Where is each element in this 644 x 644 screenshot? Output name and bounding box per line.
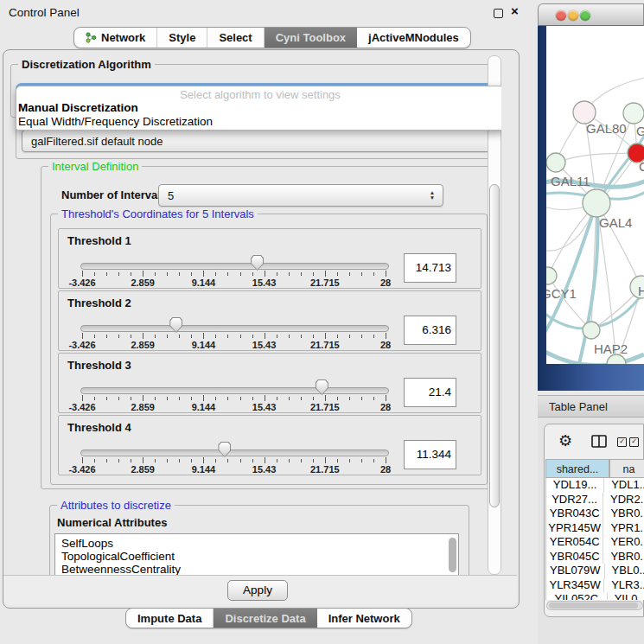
- table-row[interactable]: YBR043CYBR0...: [546, 507, 644, 521]
- slider-tick: [167, 335, 168, 338]
- slider-track[interactable]: [80, 387, 389, 394]
- slider-tick: [373, 397, 374, 400]
- algorithm-option-manual-discretization[interactable]: Manual Discretization: [16, 101, 501, 115]
- slider-tick: [301, 335, 302, 338]
- tab-discretize-data[interactable]: Discretize Data: [214, 609, 316, 628]
- float-window-icon[interactable]: [494, 9, 503, 18]
- slider-tick-label: 15.43: [252, 402, 277, 412]
- list-scrollbar-thumb[interactable]: [449, 538, 456, 572]
- table-row[interactable]: YDL19...YDL1...: [546, 478, 644, 493]
- table-row[interactable]: YIL052CYIL0...: [546, 592, 644, 600]
- attribute-item-betweennesscentrality[interactable]: BetweennessCentrality: [55, 563, 458, 575]
- panel-scrollbar-thumb[interactable]: [489, 184, 500, 507]
- slider-tick: [277, 459, 277, 462]
- tab-infer-network[interactable]: Infer Network: [317, 609, 411, 628]
- network-canvas[interactable]: GAL80GACGAL11GAL4GCY1HHAP2: [546, 26, 644, 364]
- slider-tick: [313, 272, 314, 276]
- slider-tick: [143, 457, 143, 463]
- slider-track[interactable]: [80, 263, 389, 270]
- slider-tick-label: 9.144: [192, 277, 216, 288]
- slider-thumb[interactable]: [316, 379, 328, 395]
- slider-track[interactable]: [80, 325, 389, 332]
- slider-tick: [143, 333, 143, 339]
- tab-network[interactable]: Network: [74, 28, 157, 48]
- split-view-icon[interactable]: [591, 435, 607, 448]
- threshold-value-field[interactable]: 14.713: [404, 253, 456, 283]
- threshold-value-field[interactable]: 6.316: [404, 316, 456, 345]
- algorithm-prompt: Select algorithm to view settings: [16, 88, 501, 101]
- tab-style[interactable]: Style: [157, 28, 207, 48]
- threshold-value-field[interactable]: 11.344: [404, 440, 456, 469]
- table-row[interactable]: YBL079WYBL0...: [546, 564, 644, 578]
- table-row[interactable]: YER054CYER0...: [546, 535, 644, 550]
- screen: Control Panel × NetworkStyleSelectCyni T…: [0, 0, 644, 644]
- slider-tick: [361, 459, 362, 462]
- slider-tick: [289, 335, 290, 338]
- checkbox-icon[interactable]: ✓: [629, 437, 639, 447]
- slider-tick: [179, 459, 180, 462]
- algorithm-option-equal-width-frequency-discretization[interactable]: Equal Width/Frequency Discretization: [16, 115, 501, 129]
- gear-icon[interactable]: ⚙: [558, 432, 572, 450]
- slider-tick: [155, 335, 156, 338]
- table-row[interactable]: YBR045CYBR0...: [546, 550, 644, 564]
- slider-tick-label: 28: [380, 277, 391, 288]
- slider-tick: [131, 335, 131, 338]
- column-header-na[interactable]: na: [609, 459, 644, 478]
- slider-tick: [215, 272, 216, 276]
- attribute-item-selfloops[interactable]: SelfLoops: [55, 537, 458, 550]
- slider-tick-label: 15.43: [252, 340, 277, 350]
- tab-cyni-toolbox[interactable]: Cyni Toolbox: [265, 28, 357, 48]
- table-hscrollbar-thumb[interactable]: [549, 603, 638, 609]
- slider-thumb[interactable]: [218, 442, 231, 457]
- slider-tick-label: -3.426: [68, 402, 95, 412]
- slider-thumb[interactable]: [169, 317, 182, 333]
- threshold-label: Threshold 4: [67, 421, 131, 434]
- slider-tick: [215, 335, 216, 338]
- slider-tick: [118, 459, 119, 462]
- tab-jactivemnodules[interactable]: jActiveMNodules: [357, 28, 470, 48]
- column-header-shared-[interactable]: shared...: [545, 459, 609, 478]
- slider-thumb[interactable]: [251, 255, 264, 271]
- slider-tick-label: 28: [380, 340, 391, 350]
- threshold-row-4: Threshold 4-3.4262.8599.14415.4321.71528…: [58, 415, 481, 475]
- table-hscrollbar-track[interactable]: [546, 601, 643, 610]
- network-node[interactable]: [546, 267, 557, 284]
- slider-tick-label: 21.715: [310, 464, 340, 475]
- numerical-attributes-list[interactable]: SelfLoopsTopologicalCoefficientBetweenne…: [54, 533, 459, 575]
- table-row[interactable]: YDR27...YDR2...: [546, 493, 644, 507]
- cell-shared-name: YIL052C: [546, 592, 608, 600]
- slider-tick: [131, 459, 131, 462]
- number-of-intervals-combobox[interactable]: 5 ▲▼: [158, 184, 443, 207]
- close-icon[interactable]: ×: [511, 3, 519, 18]
- number-of-intervals-value: 5: [159, 189, 174, 202]
- network-node[interactable]: [583, 322, 600, 339]
- apply-button[interactable]: Apply: [227, 580, 288, 601]
- slider-tick: [191, 459, 192, 462]
- table-row[interactable]: YPR145WYPR1...: [546, 521, 644, 536]
- slider-tick: [106, 397, 107, 400]
- cell-shared-name: YBR043C: [546, 507, 603, 521]
- slider-track[interactable]: [80, 450, 389, 456]
- slider-tick: [106, 272, 107, 276]
- traffic-light-red-icon[interactable]: [556, 10, 566, 21]
- panel-scrollbar-track[interactable]: [488, 55, 501, 575]
- network-node[interactable]: [583, 189, 610, 217]
- slider-tick: [203, 271, 204, 277]
- network-window-titlebar[interactable]: [538, 3, 644, 26]
- traffic-light-yellow-icon[interactable]: [568, 10, 578, 21]
- network-node[interactable]: [546, 153, 565, 172]
- slider-tick: [155, 272, 156, 276]
- tab-impute-data[interactable]: Impute Data: [126, 609, 214, 628]
- table-row[interactable]: YLR345WYLR3...: [546, 578, 644, 593]
- slider-tick: [301, 272, 302, 276]
- table-data-combobox[interactable]: galFiltered.sif default node ▲▼: [22, 130, 501, 152]
- traffic-light-green-icon[interactable]: [580, 10, 590, 21]
- network-node-label: C: [639, 159, 644, 174]
- tab-select[interactable]: Select: [207, 28, 264, 48]
- attribute-item-topologicalcoefficient[interactable]: TopologicalCoefficient: [55, 550, 458, 563]
- slider-tick: [191, 272, 192, 276]
- threshold-value-field[interactable]: 21.4: [404, 378, 456, 407]
- discretization-algorithm-label: Discretization Algorithm: [18, 58, 155, 71]
- checkbox-icon[interactable]: ✓: [617, 437, 627, 447]
- slider-tick: [167, 397, 168, 400]
